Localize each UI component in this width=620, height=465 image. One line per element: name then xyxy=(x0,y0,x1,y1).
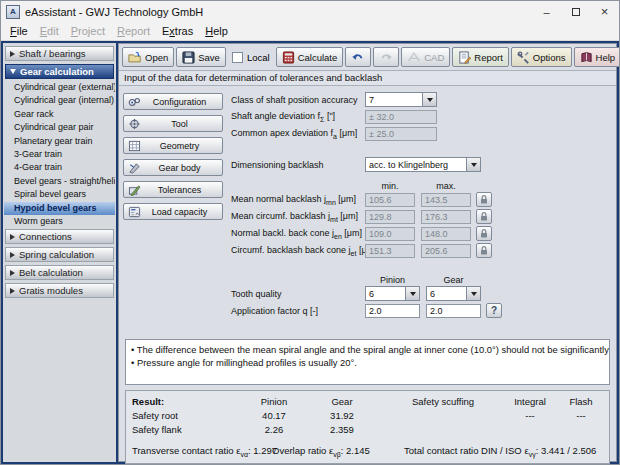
sidebar-item-spiral-bevel-gears[interactable]: Spiral bevel gears xyxy=(4,188,115,201)
menubar: File Edit Project Report Extras Help xyxy=(1,22,619,41)
result-gear-header: Gear xyxy=(308,396,376,407)
gear-body-button[interactable]: Gear body xyxy=(123,159,223,176)
sidebar-section-connections[interactable]: Connections xyxy=(5,229,114,244)
geometry-button[interactable]: Geometry xyxy=(123,137,223,154)
scuffing-integral-value: --- xyxy=(504,410,556,421)
normal-backlash-back-cone-min-field: 109.0 xyxy=(365,227,415,241)
report-button[interactable]: Report xyxy=(452,47,509,67)
dropdown-value: 6 xyxy=(427,287,466,300)
menu-help[interactable]: Help xyxy=(199,24,234,38)
content-area: Configuration Tool Geometry Gear bo xyxy=(119,86,616,461)
tool-button[interactable]: Tool xyxy=(123,115,223,132)
label-text: Application factor q [-] xyxy=(231,306,318,316)
lock-button[interactable] xyxy=(476,209,492,224)
menu-label: tras xyxy=(175,25,193,37)
application-factor-pinion-input[interactable]: 2.0 xyxy=(365,304,420,318)
backlash-mode-dropdown[interactable]: acc. to Klingelnberg xyxy=(365,157,481,172)
sidebar-item-planetary-gear-train[interactable]: Planetary gear train xyxy=(4,135,115,148)
menu-label: roject xyxy=(78,25,105,37)
sidebar-item-cylindrical-gear-external[interactable]: Cylindrical gear (external) xyxy=(4,81,115,94)
maximize-button[interactable] xyxy=(561,1,590,22)
chevron-down-icon[interactable] xyxy=(422,93,436,106)
tooth-quality-gear-dropdown[interactable]: 6 xyxy=(426,286,481,301)
sidebar-item-worm-gears[interactable]: Worm gears xyxy=(4,215,115,228)
label-text: Mean circumf. backlash j xyxy=(231,211,330,221)
chevron-down-icon[interactable] xyxy=(466,287,480,300)
sidebar-item-hypoid-bevel-gears[interactable]: Hypoid bevel gears xyxy=(4,202,115,215)
sidebar-item-bevel-gears-straight-helical[interactable]: Bevel gears - straight/helical xyxy=(4,175,115,188)
lock-button[interactable] xyxy=(476,192,492,207)
maximize-icon xyxy=(572,8,580,16)
options-button[interactable]: Options xyxy=(511,47,572,67)
sidebar-section-spring-calculation[interactable]: Spring calculation xyxy=(5,247,114,262)
configuration-button[interactable]: Configuration xyxy=(123,93,223,110)
menu-edit: Edit xyxy=(34,24,65,38)
open-button[interactable]: Open xyxy=(122,47,174,67)
transverse-contact-ratio: Transverse contact ratio εvα: 1.297 xyxy=(132,445,272,458)
minimize-button[interactable]: – xyxy=(532,1,561,22)
dropdown-value: acc. to Klingelnberg xyxy=(366,158,466,171)
result-panel: Result: Pinion Gear Safety scuffing Inte… xyxy=(125,390,610,464)
sidebar-item-cylindrical-gear-internal[interactable]: Cylindrical gear (internal) xyxy=(4,94,115,107)
result-title: Result: xyxy=(132,396,240,407)
sidebar-item-gear-rack[interactable]: Gear rack xyxy=(4,108,115,121)
options-tools-icon xyxy=(517,51,530,64)
save-floppy-icon xyxy=(182,51,195,64)
tooth-quality-pinion-dropdown[interactable]: 6 xyxy=(365,286,420,301)
lock-icon xyxy=(479,228,489,239)
lock-button[interactable] xyxy=(476,243,492,258)
apex-deviation-field: ± 25.0 xyxy=(365,127,437,141)
chevron-down-icon[interactable] xyxy=(405,287,419,300)
menu-file[interactable]: File xyxy=(4,24,34,38)
calculator-icon xyxy=(282,51,295,64)
label-text: Class of shaft position accuracy xyxy=(231,95,358,105)
sidebar-section-shaft-bearings[interactable]: Shaft / bearings xyxy=(5,46,114,61)
result-safety-flank-row: Safety flank 2.26 2.359 xyxy=(132,422,603,436)
label-sub: mt xyxy=(330,215,338,222)
scuffing-flash-value: --- xyxy=(556,410,606,421)
sidebar-item-4-gear-train[interactable]: 4-Gear train xyxy=(4,161,115,174)
window-title: eAssistant - GWJ Technology GmbH xyxy=(25,6,203,18)
application-factor-suggest-button[interactable]: ? xyxy=(486,303,502,318)
sidebar-item-cylindrical-gear-pair[interactable]: Cylindrical gear pair xyxy=(4,121,115,134)
sidebar-section-gear-calculation[interactable]: Gear calculation xyxy=(5,64,114,79)
calculate-button[interactable]: Calculate xyxy=(276,47,344,67)
local-checkbox[interactable]: Local xyxy=(228,52,274,63)
backlash-row-mean-normal: Mean normal backlash jmn [μm] 105.6 143.… xyxy=(231,191,612,208)
field-label: Mean normal backlash jmn [μm] xyxy=(231,194,365,206)
overlap-ratio: Overlap ratio εvβ: 2.145 xyxy=(272,445,404,458)
chevron-right-icon xyxy=(10,234,15,240)
undo-button[interactable] xyxy=(345,47,371,67)
label-unit: [μm] xyxy=(336,194,356,204)
sidebar-section-belt-calculation[interactable]: Belt calculation xyxy=(5,265,114,280)
sidebar-item-3-gear-train[interactable]: 3-Gear train xyxy=(4,148,115,161)
label-unit: ["] xyxy=(324,111,335,121)
save-button[interactable]: Save xyxy=(176,47,226,67)
min-column-header: min. xyxy=(365,181,415,191)
normal-backlash-back-cone-max-field: 148.0 xyxy=(421,227,471,241)
shaft-angle-deviation-field: ± 32.0 xyxy=(365,110,437,124)
label-sub: mn xyxy=(326,198,336,205)
accuracy-dropdown[interactable]: 7 xyxy=(365,92,437,107)
menu-extras[interactable]: Extras xyxy=(156,24,199,38)
tolerances-button[interactable]: Tolerances xyxy=(123,181,223,198)
menu-project: Project xyxy=(65,24,111,38)
cad-icon xyxy=(407,51,421,63)
application-factor-gear-input[interactable]: 2.0 xyxy=(426,304,481,318)
chevron-down-icon[interactable] xyxy=(466,158,480,171)
backlash-row-normal-back-cone: Normal backl. back cone jen [μm] 109.0 1… xyxy=(231,225,612,242)
lock-icon xyxy=(479,245,489,256)
help-book-icon xyxy=(580,51,593,64)
tooth-quality-row: Tooth quality 6 6 xyxy=(231,285,612,302)
redo-icon xyxy=(379,51,393,63)
lock-icon xyxy=(479,194,489,205)
button-label: Calculate xyxy=(298,52,338,63)
form-region: Configuration Tool Geometry Gear bo xyxy=(123,91,612,337)
lock-button[interactable] xyxy=(476,226,492,241)
load-capacity-button[interactable]: Load capacity xyxy=(123,203,223,220)
help-button[interactable]: Help xyxy=(574,47,620,67)
sidebar-section-gratis-modules[interactable]: Gratis modules xyxy=(5,283,114,298)
application-factor-row: Application factor q [-] 2.0 2.0 ? xyxy=(231,302,612,319)
close-button[interactable]: × xyxy=(590,1,619,22)
menu-label: P xyxy=(71,25,78,37)
